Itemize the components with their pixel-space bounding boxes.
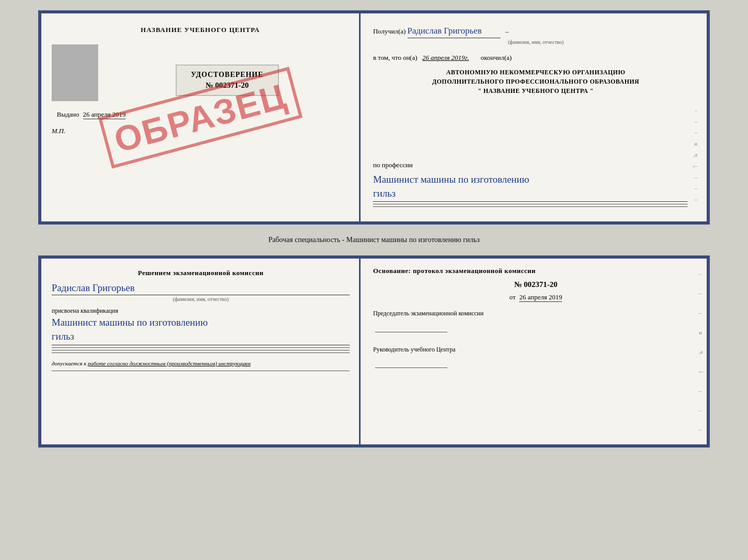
photo-placeholder (52, 44, 98, 101)
poluchil-name: Радислав Григорьев (408, 24, 501, 38)
divider-bot2 (52, 350, 350, 350)
profession-text: Машинист машины по изготовлению (373, 173, 688, 187)
poluchil-label: Получил(а) (373, 27, 406, 35)
bottom-document: Решением экзаменационной комиссии Радисл… (38, 255, 710, 447)
top-doc-left: НАЗВАНИЕ УЧЕБНОГО ЦЕНТРА ОБРАЗЕЦ УДОСТОВ… (41, 13, 361, 221)
predsedatel-label: Председатель экзаменационной комиссии (373, 309, 698, 318)
right-edge-marks-top: – – – и ,а ‹– – – – (692, 101, 698, 209)
bottom-doc-left: Решением экзаменационной комиссии Радисл… (41, 259, 361, 444)
rukovoditel-sig (375, 358, 447, 368)
edge4: и (694, 139, 697, 149)
proto-number: № 002371-20 (373, 280, 698, 289)
org-line3: " НАЗВАНИЕ УЧЕБНОГО ЦЕНТРА " (373, 86, 698, 95)
predsedatel-block: Председатель экзаменационной комиссии (373, 309, 698, 332)
org-line2: ДОПОЛНИТЕЛЬНОГО ПРОФЕССИОНАЛЬНОГО ОБРАЗО… (373, 77, 698, 86)
name-handwritten: Радислав Григорьев (52, 282, 135, 293)
right-edge-wrapper: по профессии Машинист машины по изготовл… (373, 101, 698, 209)
bedge5: ,а (699, 348, 704, 355)
vtom-date: 26 апреля 2019г. (423, 54, 469, 61)
dopuskaetsya-text: работе согласно должностным (производств… (88, 360, 251, 366)
resheniem-label: Решением экзаменационной комиссии (52, 269, 350, 277)
divider2 (373, 206, 688, 207)
working-specialty: Рабочая специальность - Машинист машины … (268, 233, 479, 247)
divider-bot4 (52, 371, 350, 371)
vydano-label: Выдано (57, 110, 79, 118)
ot-label: от (509, 293, 516, 301)
edge1: – (694, 106, 697, 115)
bedge1: – (699, 270, 704, 277)
bedge8: – (699, 407, 704, 413)
edge9: – (694, 195, 697, 204)
predsedatel-sig (375, 322, 447, 332)
vtom-label: в том, что он(а) (373, 54, 417, 61)
bottom-doc-right: Основание: протокол экзаменационной коми… (361, 259, 707, 444)
ot-date-val: 26 апреля 2019 (519, 293, 562, 302)
qualification-text: Машинист машины по изготовлению (52, 316, 350, 330)
dopuskaetsya-label: допускается к (52, 360, 86, 366)
name-line: Радислав Григорьев (52, 282, 350, 295)
divider-bot3 (52, 353, 350, 353)
ot-date: от 26 апреля 2019 (373, 293, 698, 301)
qualification-text2: гильз (52, 330, 350, 345)
divider1 (373, 204, 688, 204)
fio-sub: (фамилия, имя, отчество) (373, 38, 698, 46)
osnovaniye-label: Основание: протокол экзаменационной коми… (373, 267, 698, 275)
edge8: – (694, 184, 697, 193)
edge6: ‹– (693, 162, 697, 171)
rukovoditel-label: Руководитель учебного Центра (373, 345, 698, 355)
prisvoena-label: присвоена квалификация (52, 307, 350, 315)
edge5: ,а (693, 150, 697, 159)
edge3: – (694, 128, 697, 137)
org-name: АВТОНОМНУЮ НЕКОММЕРЧЕСКУЮ ОРГАНИЗАЦИЮ ДО… (373, 68, 698, 95)
okonchil-label: окончил(а) (481, 54, 512, 61)
top-doc-right: Получил(а) Радислав Григорьев – (фамилия… (361, 13, 707, 221)
poluchil-line: Получил(а) Радислав Григорьев – (фамилия… (373, 24, 698, 46)
edge2: – (694, 117, 697, 126)
fio-sub-bottom: (фамилия, имя, отчество) (52, 296, 350, 302)
rukovoditel-block: Руководитель учебного Центра (373, 345, 698, 368)
top-doc-header: НАЗВАНИЕ УЧЕБНОГО ЦЕНТРА (52, 26, 349, 34)
bedge2: – (699, 290, 704, 296)
bedge6: ‹– (699, 368, 704, 374)
org-line1: АВТОНОМНУЮ НЕКОММЕРЧЕСКУЮ ОРГАНИЗАЦИЮ (373, 68, 698, 77)
bedge3: – (699, 310, 704, 316)
dopuskaetsya-block: допускается к работе согласно должностны… (52, 360, 350, 366)
edge7: – (694, 173, 697, 182)
divider-bot1 (52, 347, 350, 348)
bedge7: – (699, 388, 704, 394)
profession-section: по профессии Машинист машины по изготовл… (373, 156, 688, 209)
bedge9: – (699, 426, 704, 433)
bedge4: и (699, 329, 704, 335)
right-edge-marks-bottom: – – – и ,а ‹– – – – (698, 259, 705, 444)
po-professii-label: по профессии (373, 160, 688, 171)
vtom-line: в том, что он(а) 26 апреля 2019г. окончи… (373, 53, 698, 63)
top-document: НАЗВАНИЕ УЧЕБНОГО ЦЕНТРА ОБРАЗЕЦ УДОСТОВ… (38, 10, 710, 225)
profession-text2: гильз (373, 187, 688, 202)
